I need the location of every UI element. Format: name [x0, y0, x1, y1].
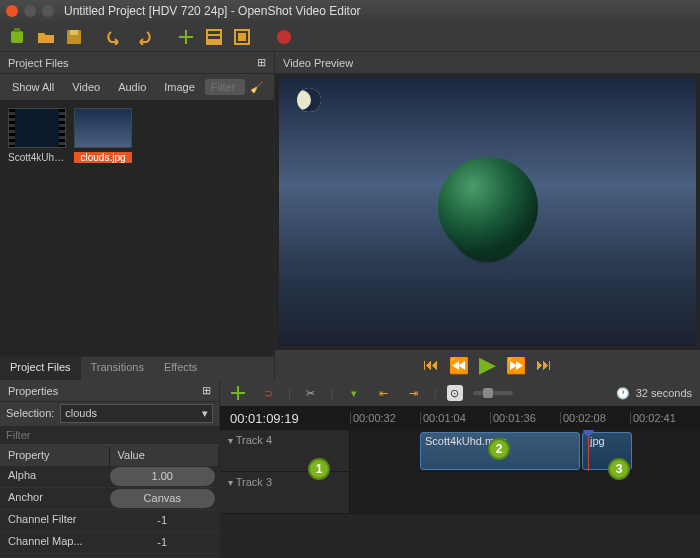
add-file-icon[interactable] [176, 27, 196, 47]
panel-undock-icon[interactable]: ⊞ [202, 384, 211, 397]
track-lane[interactable]: Scott4kUhd.mov .jpg [350, 430, 700, 471]
jump-end-icon[interactable]: ⏭ [536, 356, 552, 374]
zoom-slider[interactable] [473, 391, 513, 395]
svg-rect-0 [11, 31, 23, 43]
prev-marker-icon[interactable]: ⇤ [374, 383, 394, 403]
prop-row-anchor: AnchorCanvas [0, 488, 219, 510]
timeline-duration: 32 seconds [636, 387, 692, 399]
svg-rect-3 [70, 30, 78, 35]
svg-point-9 [277, 30, 291, 44]
filter-input[interactable] [205, 79, 245, 95]
left-panel-tabs: Project Files Transitions Effects [0, 356, 274, 380]
close-window-icon[interactable] [6, 5, 18, 17]
col-value[interactable]: Value [110, 446, 220, 466]
svg-rect-6 [208, 36, 220, 39]
prop-row-alpha: Alpha1.00 [0, 466, 219, 488]
rewind-icon[interactable]: ⏪ [449, 356, 469, 375]
annotation-badge: 1 [308, 458, 330, 480]
fullscreen-icon[interactable] [232, 27, 252, 47]
filter-show-all[interactable]: Show All [4, 78, 62, 96]
prop-row-channel-map: Channel Map...-1 [0, 532, 219, 554]
file-label: Scott4kUhd... [8, 152, 66, 163]
track-lane[interactable] [350, 472, 700, 513]
ruler-tick: 00:00:32 [350, 412, 420, 424]
tab-transitions[interactable]: Transitions [81, 357, 154, 380]
selection-label: Selection: [6, 407, 54, 419]
file-thumbnail [8, 108, 66, 148]
file-label: clouds.jpg [74, 152, 132, 163]
properties-filter-input[interactable] [0, 426, 219, 444]
profile-icon[interactable] [204, 27, 224, 47]
playback-controls: ⏮ ⏪ ▶ ⏩ ⏭ [275, 350, 700, 380]
file-item[interactable]: Scott4kUhd... [8, 108, 66, 163]
chevron-down-icon: ▾ [202, 407, 208, 420]
svg-rect-5 [208, 31, 220, 34]
preview-image [279, 78, 696, 346]
svg-rect-8 [238, 33, 246, 41]
ruler-tick: 00:01:04 [420, 412, 490, 424]
new-project-icon[interactable] [8, 27, 28, 47]
jump-start-icon[interactable]: ⏮ [423, 356, 439, 374]
window-title: Untitled Project [HDV 720 24p] - OpenSho… [64, 4, 361, 18]
ruler-tick: 00:02:08 [560, 412, 630, 424]
filter-video[interactable]: Video [64, 78, 108, 96]
video-preview-header: Video Preview [275, 52, 700, 74]
file-item[interactable]: clouds.jpg [74, 108, 132, 163]
export-icon[interactable] [274, 27, 294, 47]
annotation-badge: 2 [488, 438, 510, 460]
panel-undock-icon[interactable]: ⊞ [257, 56, 266, 69]
redo-icon[interactable] [134, 27, 154, 47]
project-files-header: Project Files ⊞ [0, 52, 274, 74]
properties-label: Properties [8, 385, 58, 397]
properties-table: Property Value Alpha1.00 AnchorCanvas Ch… [0, 446, 219, 558]
clear-filter-icon[interactable]: 🧹 [247, 77, 267, 97]
track-header[interactable]: ▾ Track 4 [220, 430, 350, 471]
ruler-tick: 00:01:36 [490, 412, 560, 424]
track-row: ▾ Track 3 [220, 472, 700, 514]
timeline-toolbar: ⊃ | ✂ | ▾ ⇤ ⇥ | ⊙ 🕐 32 seconds [220, 380, 700, 406]
file-filter-bar: Show All Video Audio Image 🧹 [0, 74, 274, 100]
add-track-icon[interactable] [228, 383, 248, 403]
track-header[interactable]: ▾ Track 3 [220, 472, 350, 513]
play-icon[interactable]: ▶ [479, 352, 496, 378]
timeline-ruler[interactable]: 00:01:09:19 00:00:32 00:01:04 00:01:36 0… [220, 406, 700, 430]
main-toolbar [0, 22, 700, 52]
video-preview-label: Video Preview [283, 57, 353, 69]
titlebar: Untitled Project [HDV 720 24p] - OpenSho… [0, 0, 700, 22]
selection-value: clouds [65, 407, 97, 419]
file-thumbnail [74, 108, 132, 148]
center-playhead-icon[interactable]: ⊙ [447, 385, 463, 401]
svg-rect-1 [14, 28, 20, 32]
tab-effects[interactable]: Effects [154, 357, 207, 380]
selection-dropdown[interactable]: clouds ▾ [60, 404, 213, 423]
col-property[interactable]: Property [0, 446, 110, 466]
snap-icon[interactable]: ⊃ [258, 383, 278, 403]
timeline-tracks[interactable]: ▾ Track 4 Scott4kUhd.mov .jpg ▾ Track 3 [220, 430, 700, 558]
open-project-icon[interactable] [36, 27, 56, 47]
clock-icon: 🕐 [616, 387, 630, 400]
current-time: 00:01:09:19 [220, 411, 350, 426]
playhead[interactable] [588, 430, 589, 471]
save-project-icon[interactable] [64, 27, 84, 47]
razor-icon[interactable]: ✂ [301, 383, 321, 403]
properties-header: Properties ⊞ [0, 380, 219, 402]
project-files-area[interactable]: Scott4kUhd... clouds.jpg [0, 100, 274, 356]
undo-icon[interactable] [106, 27, 126, 47]
maximize-window-icon[interactable] [42, 5, 54, 17]
filter-image[interactable]: Image [156, 78, 203, 96]
prop-row-channel-filter: Channel Filter-1 [0, 510, 219, 532]
forward-icon[interactable]: ⏩ [506, 356, 526, 375]
project-files-label: Project Files [8, 57, 69, 69]
ruler-tick: 00:02:41 [630, 412, 700, 424]
tab-project-files[interactable]: Project Files [0, 357, 81, 380]
marker-icon[interactable]: ▾ [344, 383, 364, 403]
minimize-window-icon[interactable] [24, 5, 36, 17]
filter-audio[interactable]: Audio [110, 78, 154, 96]
annotation-badge: 3 [608, 458, 630, 480]
next-marker-icon[interactable]: ⇥ [404, 383, 424, 403]
video-preview-area[interactable] [275, 74, 700, 350]
